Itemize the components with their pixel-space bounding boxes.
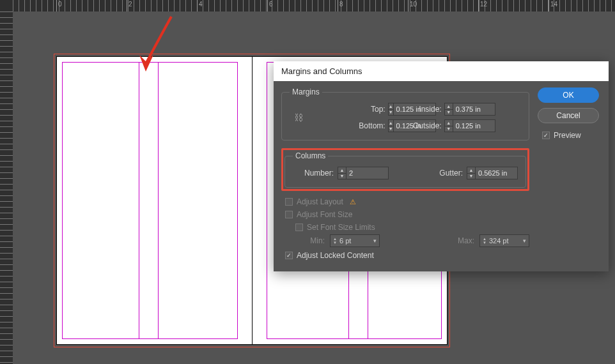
ruler-label: 12 xyxy=(480,1,487,8)
set-font-limits-checkbox[interactable]: Set Font Size Limits xyxy=(295,223,529,232)
cancel-button[interactable]: Cancel xyxy=(538,108,599,123)
ruler-label: 0 xyxy=(58,1,62,8)
ruler-h-ticks xyxy=(13,0,615,11)
bottom-label: Bottom: xyxy=(333,121,385,130)
margin-guide-left xyxy=(62,62,238,339)
ruler-major-tick xyxy=(549,0,549,11)
number-label: Number: xyxy=(293,169,334,178)
margins-columns-dialog: Margins and Columns Margins Top: ▲▼ ⛓ In… xyxy=(274,61,609,271)
stepper-arrows-icon[interactable]: ▲▼ xyxy=(338,167,346,179)
outside-input[interactable] xyxy=(453,119,495,132)
stepper-arrows-icon[interactable]: ▲▼ xyxy=(467,167,476,179)
top-stepper[interactable]: ▲▼ xyxy=(388,103,402,116)
columns-fieldset: Columns Number: ▲▼ Gutter: ▲▼ xyxy=(284,151,526,188)
set-font-limits-label: Set Font Size Limits xyxy=(307,223,375,232)
min-label: Min: xyxy=(295,236,325,245)
dialog-title: Margins and Columns xyxy=(274,61,609,81)
adjust-locked-checkbox[interactable]: Adjust Locked Content xyxy=(285,251,529,260)
min-dropdown[interactable]: ▲▼ 6 pt ▾ xyxy=(330,234,380,247)
checkbox-icon xyxy=(542,132,550,139)
checkbox-icon xyxy=(285,211,293,218)
ok-button[interactable]: OK xyxy=(538,87,599,103)
adjust-layout-label: Adjust Layout xyxy=(297,197,343,206)
number-input[interactable] xyxy=(346,167,389,179)
max-dropdown[interactable]: ▲▼ 324 pt ▾ xyxy=(479,234,529,247)
adjust-font-size-label: Adjust Font Size xyxy=(297,210,352,219)
column-guide-left xyxy=(139,62,139,339)
ruler-horizontal[interactable]: 0246810121416 xyxy=(13,0,615,11)
ruler-vertical[interactable] xyxy=(0,11,13,364)
stepper-arrows-icon[interactable]: ▲▼ xyxy=(388,119,394,132)
gutter-label: Gutter: xyxy=(428,169,463,178)
ruler-major-tick xyxy=(197,0,198,11)
ruler-major-tick xyxy=(56,0,57,11)
warning-icon: ⚠ xyxy=(350,198,356,206)
columns-highlight-box: Columns Number: ▲▼ Gutter: ▲▼ xyxy=(281,148,529,191)
checkbox-icon xyxy=(285,198,293,206)
gutter-input[interactable] xyxy=(476,167,518,179)
ruler-major-tick xyxy=(267,0,268,11)
margins-legend: Margins xyxy=(290,87,322,96)
ruler-label: 14 xyxy=(550,1,557,8)
ruler-label: 10 xyxy=(410,1,417,8)
ruler-v-ticks xyxy=(0,11,13,364)
outside-stepper[interactable]: ▲▼ xyxy=(444,119,521,132)
outside-label: Outside: xyxy=(405,121,442,130)
min-value: 6 pt xyxy=(339,237,373,245)
stepper-arrows-icon: ▲▼ xyxy=(333,237,337,245)
link-margins-icon[interactable]: ⛓ xyxy=(292,112,305,123)
inside-input[interactable] xyxy=(453,103,495,116)
chevron-down-icon: ▾ xyxy=(373,238,377,244)
max-label: Max: xyxy=(445,236,474,245)
max-value: 324 pt xyxy=(489,237,523,245)
stepper-arrows-icon[interactable]: ▲▼ xyxy=(444,119,453,132)
adjust-locked-label: Adjust Locked Content xyxy=(297,251,374,260)
page-left[interactable] xyxy=(56,56,252,345)
preview-label: Preview xyxy=(554,131,581,140)
margins-fieldset: Margins Top: ▲▼ ⛓ Inside: ▲▼ Bottom: xyxy=(281,87,529,140)
inside-label: Inside: xyxy=(405,105,442,114)
top-label: Top: xyxy=(333,105,385,114)
ruler-corner xyxy=(0,0,13,11)
stepper-arrows-icon[interactable]: ▲▼ xyxy=(444,103,453,116)
column-gutter-left xyxy=(158,62,159,339)
chevron-down-icon: ▾ xyxy=(523,238,526,244)
gutter-stepper[interactable]: ▲▼ xyxy=(467,167,518,179)
ruler-label: 8 xyxy=(339,1,343,8)
ruler-major-tick xyxy=(127,0,127,11)
stepper-arrows-icon[interactable]: ▲▼ xyxy=(388,103,394,116)
adjust-layout-checkbox[interactable]: Adjust Layout ⚠ xyxy=(285,197,529,206)
ruler-major-tick xyxy=(408,0,409,11)
inside-stepper[interactable]: ▲▼ xyxy=(444,103,521,116)
stepper-arrows-icon: ▲▼ xyxy=(483,237,487,245)
ruler-label: 6 xyxy=(269,1,273,8)
ruler-major-tick xyxy=(338,0,338,11)
ruler-label: 2 xyxy=(128,1,132,8)
ruler-major-tick xyxy=(478,0,479,11)
columns-legend: Columns xyxy=(293,151,328,160)
checkbox-icon xyxy=(285,252,293,259)
adjust-font-size-checkbox[interactable]: Adjust Font Size xyxy=(285,210,529,219)
checkbox-icon xyxy=(295,224,303,231)
preview-checkbox[interactable]: Preview xyxy=(542,131,581,140)
ruler-label: 4 xyxy=(199,1,203,8)
number-stepper[interactable]: ▲▼ xyxy=(338,167,389,179)
bottom-stepper[interactable]: ▲▼ xyxy=(388,119,402,132)
